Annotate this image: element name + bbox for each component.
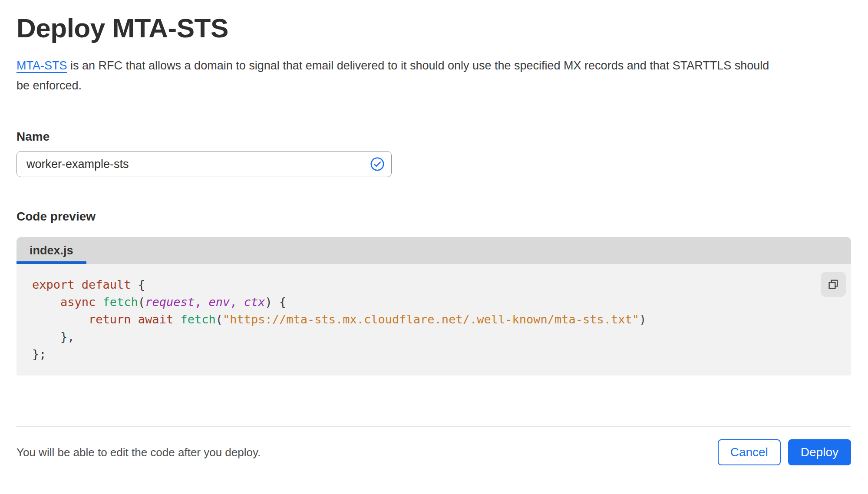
cancel-button[interactable]: Cancel <box>718 439 781 465</box>
copy-button[interactable] <box>821 272 846 297</box>
mta-sts-link[interactable]: MTA-STS <box>17 59 67 72</box>
code-block: export default { async fetch(request, en… <box>32 276 835 363</box>
deploy-button[interactable]: Deploy <box>788 439 851 465</box>
page-title: Deploy MTA-STS <box>17 12 851 44</box>
footer: You will be able to edit the code after … <box>17 427 851 465</box>
intro-text: is an RFC that allows a domain to signal… <box>17 59 769 92</box>
footer-actions: Cancel Deploy <box>718 439 851 465</box>
footer-note: You will be able to edit the code after … <box>17 446 261 459</box>
deploy-mta-sts-page: Deploy MTA-STS MTA-STS is an RFC that al… <box>0 12 868 494</box>
code-tab-bar: index.js <box>17 237 851 264</box>
code-area: export default { async fetch(request, en… <box>17 264 851 375</box>
tab-label: index.js <box>30 244 73 257</box>
name-input[interactable] <box>17 151 392 177</box>
copy-icon <box>827 278 840 291</box>
tab-index-js[interactable]: index.js <box>17 237 86 264</box>
name-label: Name <box>17 129 851 144</box>
code-preview-card: index.js export default { async fetch(re… <box>17 237 851 375</box>
code-preview-label: Code preview <box>17 209 851 224</box>
intro-paragraph: MTA-STS is an RFC that allows a domain t… <box>17 56 781 96</box>
check-circle-icon <box>370 157 385 171</box>
name-input-wrap <box>17 151 392 177</box>
